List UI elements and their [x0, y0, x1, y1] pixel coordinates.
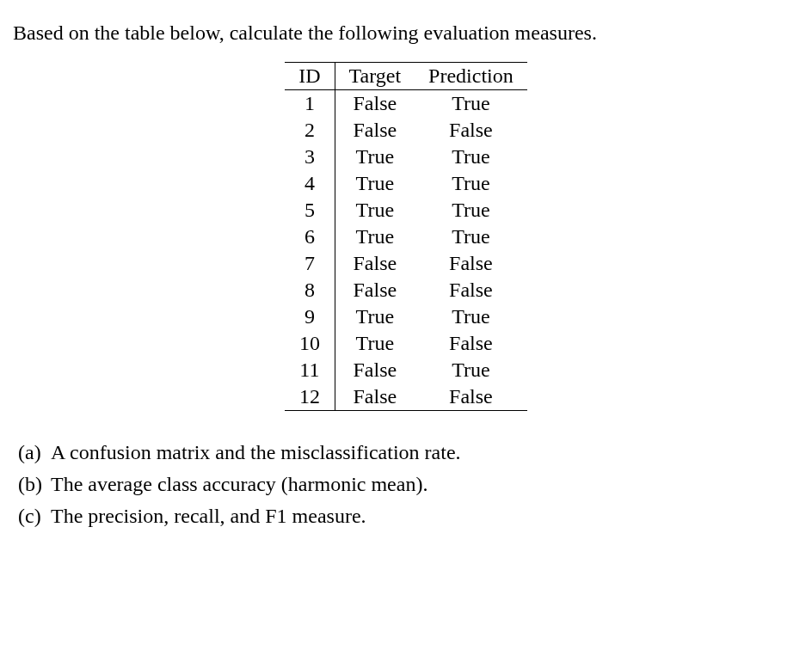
cell-prediction: True	[415, 197, 527, 224]
data-table: ID Target Prediction 1FalseTrue2FalseFal…	[285, 62, 527, 411]
table-row: 6TrueTrue	[285, 224, 527, 250]
cell-target: True	[335, 330, 415, 357]
cell-prediction: True	[415, 170, 527, 197]
cell-prediction: False	[415, 383, 527, 411]
cell-target: True	[335, 197, 415, 224]
col-header-prediction: Prediction	[415, 63, 527, 90]
cell-target: True	[335, 170, 415, 197]
table-row: 7FalseFalse	[285, 250, 527, 277]
cell-prediction: False	[415, 277, 527, 303]
question-item: (c)The precision, recall, and F1 measure…	[13, 505, 799, 528]
cell-id: 12	[285, 383, 335, 411]
cell-prediction: True	[415, 303, 527, 330]
cell-id: 11	[285, 357, 335, 383]
cell-prediction: False	[415, 117, 527, 144]
cell-id: 5	[285, 197, 335, 224]
problem-intro: Based on the table below, calculate the …	[13, 21, 799, 45]
cell-prediction: True	[415, 90, 527, 118]
table-row: 4TrueTrue	[285, 170, 527, 197]
cell-id: 1	[285, 90, 335, 118]
cell-id: 9	[285, 303, 335, 330]
table-row: 10TrueFalse	[285, 330, 527, 357]
table-row: 12FalseFalse	[285, 383, 527, 411]
cell-id: 2	[285, 117, 335, 144]
table-row: 8FalseFalse	[285, 277, 527, 303]
question-text: The average class accuracy (harmonic mea…	[51, 473, 428, 496]
cell-target: False	[335, 90, 415, 118]
table-row: 5TrueTrue	[285, 197, 527, 224]
table-row: 11FalseTrue	[285, 357, 527, 383]
cell-prediction: True	[415, 144, 527, 170]
cell-target: False	[335, 277, 415, 303]
cell-id: 10	[285, 330, 335, 357]
cell-id: 4	[285, 170, 335, 197]
cell-id: 7	[285, 250, 335, 277]
cell-prediction: True	[415, 357, 527, 383]
question-label: (a)	[18, 441, 51, 464]
cell-id: 8	[285, 277, 335, 303]
cell-prediction: False	[415, 250, 527, 277]
question-item: (b)The average class accuracy (harmonic …	[13, 473, 799, 496]
table-row: 3TrueTrue	[285, 144, 527, 170]
cell-target: False	[335, 117, 415, 144]
question-label: (b)	[18, 473, 51, 496]
cell-target: True	[335, 144, 415, 170]
table-row: 1FalseTrue	[285, 90, 527, 118]
cell-target: False	[335, 383, 415, 411]
cell-prediction: False	[415, 330, 527, 357]
cell-target: True	[335, 303, 415, 330]
question-text: The precision, recall, and F1 measure.	[51, 505, 366, 528]
question-item: (a)A confusion matrix and the misclassif…	[13, 441, 799, 464]
cell-prediction: True	[415, 224, 527, 250]
col-header-target: Target	[335, 63, 415, 90]
cell-id: 3	[285, 144, 335, 170]
col-header-id: ID	[285, 63, 335, 90]
table-header-row: ID Target Prediction	[285, 63, 527, 90]
question-list: (a)A confusion matrix and the misclassif…	[13, 441, 799, 528]
cell-target: False	[335, 250, 415, 277]
cell-target: False	[335, 357, 415, 383]
question-label: (c)	[18, 505, 51, 528]
cell-id: 6	[285, 224, 335, 250]
question-text: A confusion matrix and the misclassifica…	[51, 441, 461, 464]
cell-target: True	[335, 224, 415, 250]
table-row: 9TrueTrue	[285, 303, 527, 330]
table-row: 2FalseFalse	[285, 117, 527, 144]
table-container: ID Target Prediction 1FalseTrue2FalseFal…	[13, 62, 799, 411]
